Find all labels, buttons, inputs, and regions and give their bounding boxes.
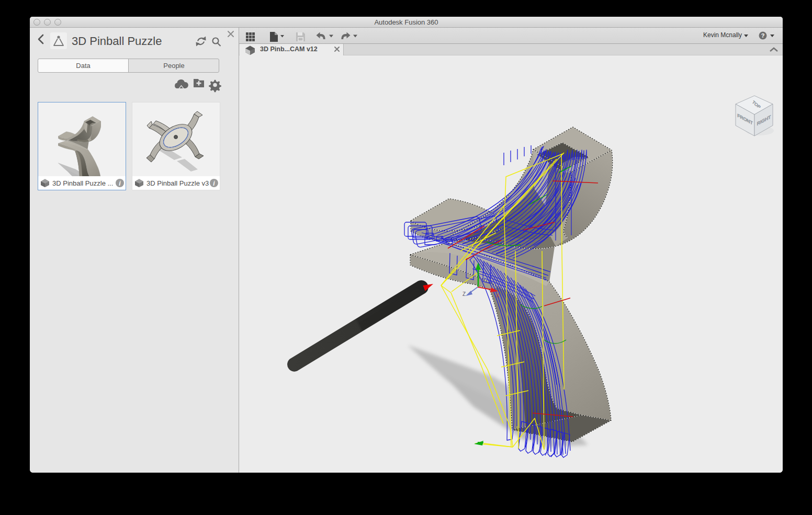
svg-text:X: X <box>496 293 500 299</box>
svg-text:Z: Z <box>463 291 466 297</box>
svg-text:?: ? <box>761 32 765 39</box>
